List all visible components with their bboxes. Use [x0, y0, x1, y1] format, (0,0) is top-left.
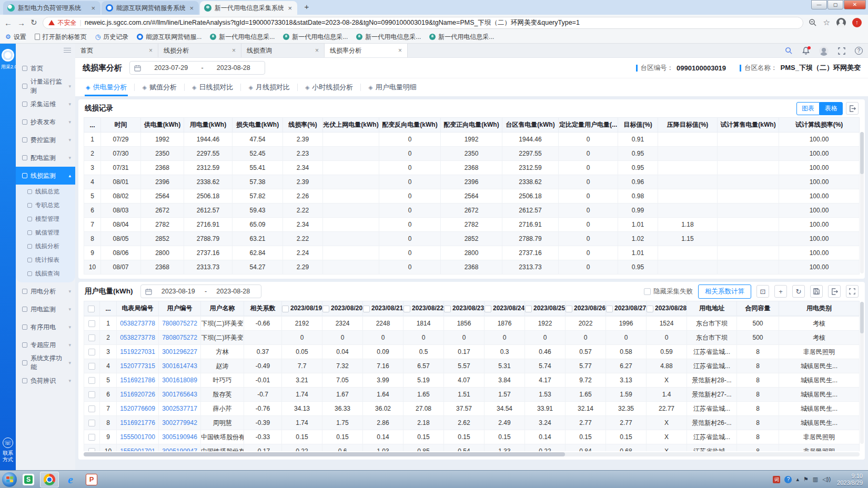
row-checkbox[interactable] — [88, 448, 95, 451]
url-text[interactable]: neweic.js.sgcc.com.cn/#/llm/line/LineRat… — [85, 18, 798, 27]
row-checkbox[interactable] — [88, 391, 95, 398]
loss-table-row[interactable]: 608/0326722612.5759.432.22026722612.5700… — [84, 204, 860, 218]
add-button[interactable]: + — [774, 285, 787, 298]
date-column-checkbox[interactable] — [363, 306, 370, 312]
sidebar-item[interactable]: 首页 — [16, 59, 75, 77]
user-avatar[interactable] — [819, 46, 829, 56]
table-fullscreen-button[interactable] — [846, 285, 859, 298]
bookmark-item[interactable]: ⚙设置 — [5, 33, 26, 42]
chart-view-button[interactable]: 图表 — [796, 102, 820, 115]
workspace-tab[interactable]: 线损分析× — [158, 44, 241, 57]
taskbar-powerpoint[interactable]: P — [82, 472, 101, 487]
loss-table-row[interactable]: 307/3123682312.5955.412.34023682312.5900… — [84, 161, 860, 175]
sidebar-subitem[interactable]: 专职总览 — [16, 198, 75, 212]
user-table-row[interactable]: 205382737787808075272下坝(二)环美变0000000000东… — [84, 331, 860, 345]
hide-failed-toggle[interactable]: 隐藏采集失败 — [644, 287, 693, 296]
update-icon[interactable]: ↑ — [852, 18, 862, 27]
save-button[interactable] — [810, 285, 823, 298]
workspace-tab[interactable]: 线损率分析× — [325, 44, 408, 57]
date-column-checkbox[interactable] — [647, 306, 653, 312]
sidebar-item[interactable]: 专题应用▾ — [16, 336, 75, 354]
subtab-4[interactable]: ◈月线损对比 — [241, 78, 297, 96]
sidebar-subitem[interactable]: 赋值管理 — [16, 226, 75, 239]
tray-expand-icon[interactable]: ▴ — [796, 476, 799, 483]
reload-icon[interactable]: ↻ — [31, 18, 37, 27]
sidebar-subitem[interactable]: 线损分析 — [16, 239, 75, 253]
user-table-row[interactable]: 515169217863001618089叶巧巧-0.013.217.053.9… — [84, 373, 860, 388]
user-table-row[interactable]: 105382737787808075272下坝(二)环美变-0.66219223… — [84, 317, 860, 331]
tab-close-icon[interactable]: × — [315, 47, 319, 54]
tab-close-icon[interactable]: × — [287, 4, 293, 12]
search-icon[interactable] — [785, 47, 793, 55]
start-button[interactable] — [2, 472, 17, 487]
user-no-link[interactable]: 7808075272 — [159, 317, 201, 331]
loss-table-row[interactable]: 408/0123962338.6257.382.39023962338.6200… — [84, 175, 860, 189]
sidebar-subitem[interactable]: 线损总览 — [16, 185, 75, 198]
workspace-tab[interactable]: 线损查询× — [241, 44, 325, 57]
date-column-checkbox[interactable] — [525, 306, 532, 312]
sidebar-item[interactable]: 抄表发布▾ — [16, 113, 75, 131]
back-icon[interactable]: ← — [4, 18, 12, 27]
meter-no-link[interactable]: 1555001701 — [117, 444, 159, 452]
date-column-checkbox[interactable] — [403, 306, 410, 312]
loss-table-scrollbar[interactable] — [860, 132, 864, 273]
bookmark-item[interactable]: 新一代用电信息采... — [210, 33, 275, 42]
subtab-1[interactable]: ◈供电量分析 — [78, 78, 134, 96]
meter-no-link[interactable]: 0538273778 — [117, 331, 159, 345]
date-column-checkbox[interactable] — [282, 306, 289, 312]
horizontal-scrollbar[interactable] — [84, 452, 860, 456]
taskbar-clock[interactable]: 9:10 2023/8/29 — [835, 473, 863, 486]
workspace-tab[interactable]: 首页× — [75, 44, 158, 57]
bookmark-item[interactable]: 新一代用电信息采... — [356, 33, 421, 42]
bookmark-item[interactable]: ◷历史记录 — [95, 33, 128, 42]
meter-no-link[interactable]: 1516921776 — [117, 416, 159, 430]
user-table-row[interactable]: 615169207263001765643殷存英-0.71.741.671.64… — [84, 388, 860, 402]
column-settings-button[interactable]: ⊡ — [756, 285, 769, 298]
row-checkbox[interactable] — [88, 349, 95, 355]
date-column-checkbox[interactable] — [444, 306, 451, 312]
user-no-link[interactable]: 3001296227 — [159, 345, 201, 359]
tab-close-icon[interactable]: × — [232, 47, 236, 54]
loss-table-row[interactable]: 708/0427822716.9165.092.34027822716.9101… — [84, 218, 860, 232]
user-no-link[interactable]: 3005190947 — [159, 444, 201, 452]
tray-dictionary-icon[interactable]: 词 — [773, 476, 780, 483]
user-table-scrollbar[interactable] — [860, 302, 864, 444]
meter-no-link[interactable]: 1520776609 — [117, 402, 159, 416]
meter-no-link[interactable]: 0538273778 — [117, 317, 159, 331]
tray-ime-icon[interactable]: ⚑ — [803, 476, 809, 483]
zoom-icon[interactable] — [809, 18, 817, 27]
row-checkbox[interactable] — [88, 420, 95, 426]
taskbar-wps[interactable]: S — [19, 472, 38, 487]
notifications-bell-icon[interactable] — [802, 47, 810, 55]
loss-table-row[interactable]: 508/0225642506.1857.822.26025642506.1800… — [84, 189, 860, 204]
meter-no-link[interactable]: 1520777315 — [117, 359, 159, 373]
user-table-row[interactable]: 1015550017013005190947中国铁塔股份有...-0.170.2… — [84, 444, 860, 452]
fullscreen-icon[interactable] — [838, 47, 845, 55]
date-column-checkbox[interactable] — [566, 306, 572, 312]
user-table-row[interactable]: 815169217763002779942周明慧-0.391.741.752.8… — [84, 416, 860, 430]
row-checkbox[interactable] — [88, 405, 95, 412]
sidebar-subitem[interactable]: 模型管理 — [16, 212, 75, 226]
table-view-button[interactable]: 表格 — [820, 102, 843, 115]
bookmark-star-icon[interactable]: ☆ — [823, 18, 830, 27]
meter-no-link[interactable]: 1516921786 — [117, 373, 159, 388]
tab-close-icon[interactable]: × — [188, 4, 195, 12]
close-button[interactable]: ✕ — [844, 0, 866, 9]
contact-widget[interactable]: ☏ 联系 方式 — [0, 438, 16, 463]
sidebar-item[interactable]: 有序用电▾ — [16, 318, 75, 336]
loss-table-row[interactable]: 207/3023502297.5552.452.23023502297.5500… — [84, 147, 860, 161]
bookmark-item[interactable]: 新一代用电信息采... — [283, 33, 348, 42]
security-warning-text[interactable]: 不安全 — [58, 18, 77, 27]
user-table-row[interactable]: 415207773153001614743赵涛-0.497.77.327.166… — [84, 359, 860, 373]
user-no-link[interactable]: 3005190946 — [159, 430, 201, 444]
bookmark-item[interactable]: 新一代用电信息采... — [429, 33, 494, 42]
sidebar-subitem[interactable]: 统计报表 — [16, 253, 75, 267]
date-column-checkbox[interactable] — [322, 306, 329, 312]
sidebar-item[interactable]: 用电监测▾ — [16, 300, 75, 318]
row-checkbox[interactable] — [88, 320, 95, 327]
browser-tab[interactable]: 新一代用电信息采集系统× — [200, 1, 297, 15]
browser-tab[interactable]: 能源互联网营销服务系统× — [102, 1, 199, 15]
refresh-button[interactable]: ↻ — [792, 285, 805, 298]
user-date-range-picker[interactable]: 2023-08-19 - 2023-08-28 — [140, 284, 261, 298]
sidebar-collapse-icon[interactable] — [64, 48, 71, 53]
